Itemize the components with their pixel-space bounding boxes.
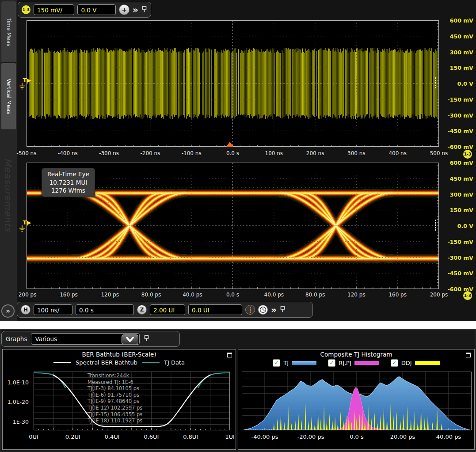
rjpj-swatch xyxy=(354,361,379,365)
x-axis-label: 0.0 s xyxy=(226,292,239,298)
x-axis-label: 120 ps xyxy=(347,292,366,298)
waveform-axis-badge[interactable]: 1-3 xyxy=(463,150,472,159)
x-axis-label: 500 ns xyxy=(430,150,448,156)
rjpj-checkbox[interactable]: ✓ xyxy=(328,359,335,367)
annotation-line: TJ(IE-3) 84.10105 ps xyxy=(88,385,142,392)
tab-time-meas[interactable]: Time Meas xyxy=(1,1,16,63)
x-axis-label: 0.2UI xyxy=(65,433,80,440)
pin-icon[interactable] xyxy=(141,6,147,14)
annotation-line: TJ(IE-15) 106.4355 ps xyxy=(88,411,142,418)
x-axis-label: -300 ns xyxy=(99,150,119,156)
dropdown-selected-value: Various xyxy=(35,335,57,342)
tab-vertical-meas[interactable]: Vertical Meas xyxy=(1,63,16,130)
pin-icon[interactable] xyxy=(144,335,149,343)
waveform-display[interactable]: T▶ xyxy=(27,20,439,147)
x-axis-label: 0.4UI xyxy=(105,433,120,440)
ground-icon xyxy=(19,225,25,232)
offset-indicator[interactable] xyxy=(435,220,436,231)
dropdown-chevron-button[interactable] xyxy=(122,334,138,344)
legend-label: TJ xyxy=(283,360,289,366)
legend-label: RJ,PJ xyxy=(339,360,351,366)
annotation-line: Measured TJ: 1E-6 xyxy=(88,379,142,386)
zoom-button[interactable]: Z xyxy=(137,305,147,315)
x-axis-label: -500 ns xyxy=(17,150,37,156)
tooltip-title: Real-Time Eye xyxy=(47,170,89,179)
dotted-line-icon xyxy=(250,307,251,313)
legend-group-rjpj: ✓ RJ,PJ xyxy=(328,359,379,367)
marker-arrow-icon: ▶ xyxy=(27,77,31,84)
ddj-checkbox[interactable]: ✓ xyxy=(391,359,398,367)
waveform-plot[interactable] xyxy=(27,20,439,147)
trigger-level-marker[interactable]: T▶ xyxy=(19,220,35,232)
ddj-swatch xyxy=(415,361,440,365)
horizontal-button[interactable]: H xyxy=(21,305,30,315)
clock-icon xyxy=(259,306,267,313)
ground-icon xyxy=(19,83,25,90)
zoom-scale-field[interactable]: 2.00 UI xyxy=(150,304,185,315)
eye-info-tooltip: Real-Time Eye 10.7231 MUI 1276 Wfms xyxy=(42,168,95,197)
clock-button[interactable] xyxy=(258,305,268,315)
x-axis-label: 0.8UI xyxy=(183,433,198,440)
pin-icon[interactable] xyxy=(280,306,286,314)
annotation-line: TJ(IE-18) 110.1927 ps xyxy=(88,418,142,424)
timebase-position-field[interactable]: 0.0 s xyxy=(76,304,134,315)
expand-panel-button[interactable]: » xyxy=(1,304,15,318)
histogram-legend: ✓ TJ ✓ RJ,PJ ✓ DDJ xyxy=(238,359,474,367)
vertical-scale-field[interactable]: 150 mV/ xyxy=(34,4,74,15)
x-axis-label: 20.00 ps xyxy=(390,433,415,440)
y-axis-label: 1.0E-20 xyxy=(8,399,29,405)
legend-group-ddj: ✓ DDJ xyxy=(391,359,440,367)
eye-x-axis: -200 ps-160 ps-120 ps-80.0 ps-40.0 ps0.0… xyxy=(27,290,439,300)
graphs-window: Graphs Various BER Bathtub (BER-Scale) S… xyxy=(0,329,476,452)
ber-x-axis: 0UI0.2UI0.4UI0.6UI0.8UI1UI xyxy=(34,433,230,441)
restore-window-icon[interactable] xyxy=(227,353,232,357)
y-axis-label: -600 mV xyxy=(448,144,473,150)
oscilloscope-window: Time Meas Vertical Meas Measurements » 1… xyxy=(0,0,476,321)
x-axis-label: 0UI xyxy=(29,433,38,440)
trigger-marker-button[interactable] xyxy=(245,305,255,315)
more-controls-chevrons[interactable]: » xyxy=(271,305,277,314)
zoom-position-field[interactable]: 0.0 UI xyxy=(188,304,242,315)
x-axis-label: 0.0 s xyxy=(226,150,239,156)
more-controls-chevrons[interactable]: » xyxy=(133,5,138,14)
x-axis-label: 200 ps xyxy=(430,292,448,298)
y-axis-label: -150 mV xyxy=(448,238,473,245)
legend-group-tj: ✓ TJ xyxy=(273,359,316,367)
vertical-offset-field[interactable]: 0.0 V xyxy=(77,4,116,15)
panel-title: BER Bathtub (BER-Scale) xyxy=(3,351,236,358)
graphs-label: Graphs xyxy=(6,335,27,342)
panel-title: Composite TJ Histogram xyxy=(238,351,474,358)
x-axis-label: -160 ps xyxy=(58,292,78,298)
tj-histogram-chart[interactable] xyxy=(242,372,472,430)
restore-window-icon[interactable] xyxy=(466,353,471,357)
x-axis-label: -400 ns xyxy=(58,150,78,156)
add-channel-button[interactable]: + xyxy=(119,4,129,15)
timebase-scale-field[interactable]: 100 ns/ xyxy=(34,304,72,315)
eye-diagram-display[interactable]: Real-Time Eye 10.7231 MUI 1276 Wfms T▶ xyxy=(27,163,439,289)
offset-indicator[interactable] xyxy=(435,77,436,88)
y-axis-label: 450 mV xyxy=(450,33,473,39)
chevron-down-icon xyxy=(125,336,135,342)
marker-arrow-icon: ▶ xyxy=(27,219,31,226)
legend-label: Spectral BER Bathtub xyxy=(76,359,137,366)
y-axis-label: 450 mV xyxy=(450,175,473,182)
y-axis-label: -300 mV xyxy=(448,112,473,118)
tj-checkbox[interactable]: ✓ xyxy=(273,359,280,367)
hist-x-axis: -40.00 ps-20.00 ps0.0 s20.00 ps40.00 ps xyxy=(242,433,472,441)
annotation-line: TJ(IE-6) 91.75710 ps xyxy=(88,392,142,399)
eye-axis-badge[interactable]: 1-3 xyxy=(463,291,472,300)
x-axis-label: 1UI xyxy=(225,433,235,440)
y-axis-label: 0.0 V xyxy=(457,80,473,87)
channel-badge[interactable]: 1-3 xyxy=(22,5,30,14)
channel-control-bar: 1-3 150 mV/ 0.0 V + » xyxy=(18,2,151,18)
measurements-sidebar: Time Meas Vertical Meas Measurements » xyxy=(0,0,17,321)
x-axis-label: 0.6UI xyxy=(144,433,159,440)
legend-label: DDJ xyxy=(401,360,412,366)
tooltip-mui: 10.7231 MUI xyxy=(47,179,89,187)
trigger-time-marker-icon[interactable] xyxy=(226,142,233,147)
x-axis-label: -200 ns xyxy=(140,150,160,156)
x-axis-label: -100 ns xyxy=(182,150,202,156)
graphs-type-dropdown[interactable]: Various xyxy=(31,333,140,345)
tj-histogram-panel: Composite TJ Histogram ✓ TJ ✓ RJ,PJ ✓ DD… xyxy=(238,349,475,450)
trigger-level-marker[interactable]: T▶ xyxy=(19,77,35,90)
